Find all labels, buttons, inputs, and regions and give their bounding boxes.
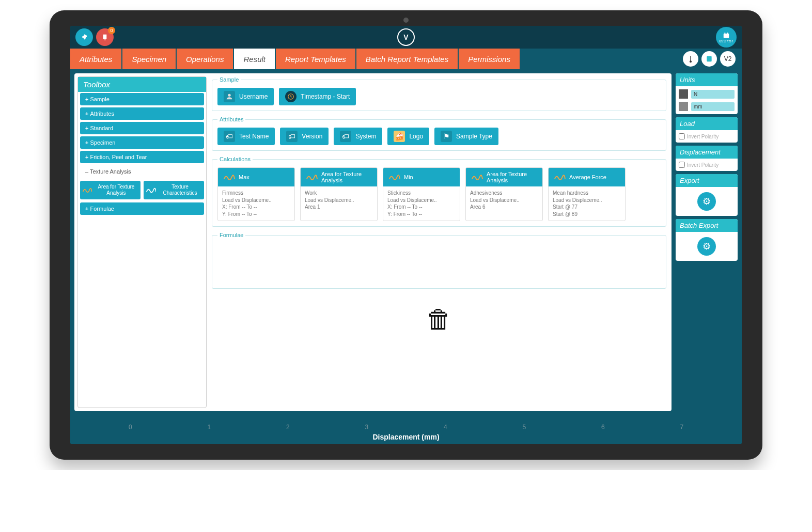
legend-sample: Sample	[217, 76, 241, 83]
svg-rect-3	[725, 33, 726, 34]
wave-icon	[146, 184, 156, 196]
calc-body: StickinessLoad vs Displaceme..X: From --…	[383, 186, 460, 221]
axis-tick: 4	[444, 424, 447, 431]
chip-logo[interactable]: 🍰 Logo	[387, 128, 429, 145]
svg-rect-2	[724, 33, 729, 38]
section-formulae: Formulae	[212, 232, 666, 289]
svg-rect-7	[707, 56, 711, 62]
legend-attributes: Attributes	[217, 116, 245, 122]
legend-formulae: Formulae	[217, 232, 245, 238]
displacement-block: Displacement Invert Polarity	[676, 146, 738, 171]
calc-body: WorkLoad vs Displaceme..Area 1	[301, 186, 377, 214]
chip-version[interactable]: 🏷 Version	[280, 128, 329, 145]
wave-icon	[222, 171, 236, 183]
load-block: Load Invert Polarity	[676, 117, 738, 143]
trash-icon: 🗑	[426, 304, 452, 334]
toolbox-title: Toolbox	[78, 77, 206, 92]
calc-card[interactable]: Area for Texture AnalysisWorkLoad vs Dis…	[300, 167, 378, 221]
tag-icon: 🏷	[224, 131, 235, 142]
device-alert-button[interactable]: 0	[96, 28, 114, 46]
tab-report-templates[interactable]: Report Templates	[276, 49, 355, 69]
design-area: Sample Username	[212, 76, 668, 408]
axis-tick: 6	[601, 424, 605, 431]
export-title: Export	[676, 174, 738, 187]
trash-dropzone[interactable]: 🗑	[212, 294, 666, 339]
chip-username[interactable]: Username	[217, 88, 274, 105]
tab-specimen[interactable]: Specimen	[122, 49, 176, 69]
wave-icon	[470, 171, 483, 183]
batch-export-block: Batch Export ⚙	[676, 219, 738, 261]
calc-card[interactable]: MinStickinessLoad vs Displaceme..X: From…	[383, 167, 460, 221]
batch-export-title: Batch Export	[676, 219, 738, 232]
svg-rect-0	[103, 35, 107, 39]
chip-test-name[interactable]: 🏷 Test Name	[217, 128, 275, 145]
tab-attributes[interactable]: Attributes	[70, 49, 121, 69]
calc-body: FirmnessLoad vs Displaceme..X: From -- T…	[218, 186, 294, 221]
load-title: Load	[676, 117, 738, 130]
calc-body: AdhesivenessLoad vs Displaceme..Area 6	[466, 186, 542, 214]
export-block: Export ⚙	[676, 174, 738, 216]
wave-icon	[553, 171, 566, 183]
axis-tick: 5	[522, 424, 526, 431]
calc-body: Mean hardnessLoad vs Displaceme..Start @…	[549, 186, 625, 221]
right-panel: Units N mm Load	[676, 73, 738, 411]
chip-timestamp[interactable]: Timestamp - Start	[279, 88, 356, 105]
tablet-frame: 0 V 09:27:57 Attributes Specimen Operati…	[50, 10, 762, 460]
clock-button[interactable]: 09:27:57	[716, 27, 737, 48]
toolbox-item-formulae[interactable]: Formulae	[80, 202, 204, 215]
toolbox-item-sample[interactable]: Sample	[80, 93, 204, 105]
toolbox-item-standard[interactable]: Standard	[80, 122, 204, 134]
export-settings-button[interactable]: ⚙	[697, 192, 716, 211]
axis-tick: 0	[129, 424, 132, 431]
tag-icon: 🏷	[340, 131, 351, 142]
svg-rect-1	[104, 40, 106, 40]
axis-tick: 1	[207, 424, 211, 431]
length-icon	[679, 102, 688, 111]
probe-icon[interactable]	[683, 51, 698, 67]
toolbox-sub-texture[interactable]: Texture Analysis	[80, 165, 204, 178]
chip-system[interactable]: 🏷 System	[334, 128, 382, 145]
svg-point-6	[690, 60, 692, 62]
app-screen: 0 V 09:27:57 Attributes Specimen Operati…	[70, 26, 742, 444]
tab-result[interactable]: Result	[234, 49, 275, 69]
calc-card[interactable]: MaxFirmnessLoad vs Displaceme..X: From -…	[217, 167, 295, 221]
calc-card[interactable]: Area for Texture AnalysisAdhesivenessLoa…	[465, 167, 543, 221]
logo-icon: 🍰	[394, 131, 405, 142]
axis-tick: 7	[680, 424, 683, 431]
app-body: Toolbox Sample Attributes Standard Speci…	[70, 69, 742, 415]
toolbox-item-specimen[interactable]: Specimen	[80, 136, 204, 149]
toolbox-panel: Toolbox Sample Attributes Standard Speci…	[77, 76, 207, 408]
toolbox-item-friction[interactable]: Friction, Peel and Tear	[80, 151, 204, 163]
axis-tick: 3	[365, 424, 368, 431]
tab-operations[interactable]: Operations	[177, 49, 233, 69]
toolbox-item-attributes[interactable]: Attributes	[80, 107, 204, 120]
legend-calculations: Calculations	[217, 156, 253, 162]
force-unit-select[interactable]: N	[691, 90, 735, 99]
clock-icon	[285, 91, 296, 102]
toolbox-card-area[interactable]: Area for Texture Analysis	[80, 181, 140, 199]
calc-card[interactable]: Average ForceMean hardnessLoad vs Displa…	[548, 167, 626, 221]
user-icon	[224, 91, 235, 102]
tab-batch-report-templates[interactable]: Batch Report Templates	[356, 49, 458, 69]
section-calculations: Calculations MaxFirmnessLoad vs Displace…	[212, 156, 666, 227]
flag-icon: ⚑	[441, 131, 452, 142]
toolbox-card-texture[interactable]: Texture Characteristics	[144, 181, 204, 199]
topbar: 0 V 09:27:57	[70, 26, 742, 49]
section-attributes: Attributes 🏷 Test Name 🏷 Version	[212, 116, 666, 151]
load-invert-checkbox[interactable]: Invert Polarity	[679, 133, 735, 139]
calculator-icon[interactable]	[701, 51, 717, 67]
tab-permissions[interactable]: Permissions	[459, 49, 520, 69]
tabs-row: Attributes Specimen Operations Result Re…	[70, 49, 742, 69]
main-canvas: Toolbox Sample Attributes Standard Speci…	[74, 73, 672, 411]
length-unit-select[interactable]: mm	[691, 102, 735, 111]
run-button[interactable]	[75, 28, 93, 46]
batch-export-settings-button[interactable]: ⚙	[697, 237, 716, 256]
disp-invert-checkbox[interactable]: Invert Polarity	[679, 162, 735, 168]
wave-icon	[387, 171, 401, 183]
wave-icon	[305, 171, 318, 183]
wave-icon	[82, 184, 92, 196]
chip-sample-type[interactable]: ⚑ Sample Type	[434, 128, 498, 145]
version-badge: V2	[720, 51, 736, 67]
section-sample: Sample Username	[212, 76, 666, 111]
svg-point-8	[228, 94, 230, 97]
